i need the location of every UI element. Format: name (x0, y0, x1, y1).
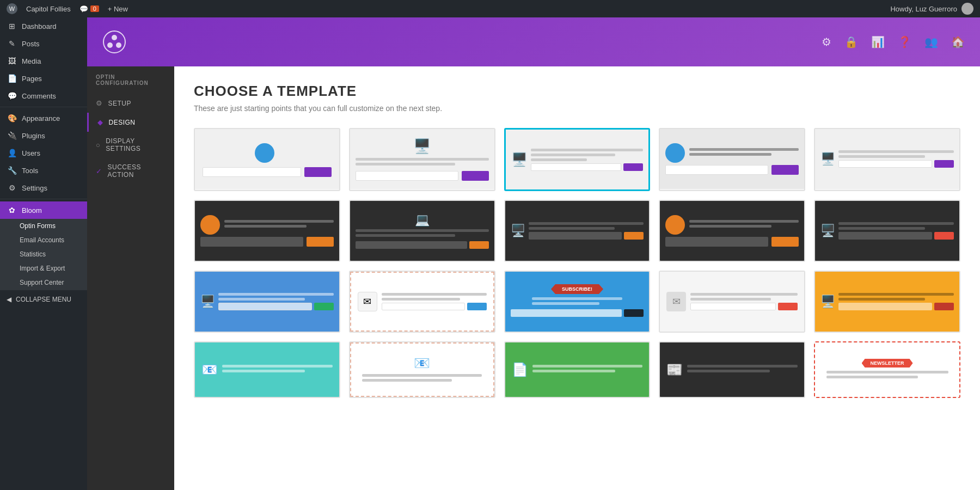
template-card-13[interactable]: SUBSCRIBE! (504, 271, 651, 333)
posts-icon: ✎ (7, 39, 17, 48)
template-card-20[interactable]: NEWSLETTER (814, 341, 960, 398)
template-card-16[interactable]: 📧 (194, 341, 340, 398)
submenu-import-export[interactable]: Import & Export (0, 261, 87, 275)
users-icon: 👤 (7, 149, 17, 157)
sidebar-item-users[interactable]: 👤 Users (0, 144, 87, 162)
template-preview-14: ✉ (660, 272, 804, 332)
svg-point-3 (107, 42, 113, 48)
plugin-header: ⚙ 🔒 📊 ❓ 👥 🏠 (87, 17, 980, 66)
collapse-menu-button[interactable]: ◀ COLLAPSE MENU (0, 290, 87, 309)
comment-icon: 💬 (79, 5, 88, 13)
template-card-11[interactable]: 🖥️ (194, 271, 340, 333)
template-card-6[interactable] (194, 200, 340, 262)
settings-icon: ⚙ (7, 183, 17, 192)
template-card-10[interactable]: 🖥️ (814, 200, 960, 262)
bloom-icon: ✿ (7, 206, 17, 215)
sidebar-item-appearance[interactable]: 🎨 Appearance (0, 109, 87, 127)
appearance-icon: 🎨 (7, 114, 17, 122)
header-lock-icon[interactable]: 🔒 (844, 35, 858, 48)
settings-label: Settings (22, 184, 47, 192)
config-header: OPTIN CONFIGURATION (87, 66, 174, 94)
template-preview-13: SUBSCRIBE! (505, 272, 650, 332)
config-item-success-action[interactable]: ✓ SUCCESS ACTION (87, 158, 174, 184)
plugins-icon: 🔌 (7, 131, 17, 140)
svg-point-0 (103, 31, 125, 53)
appearance-label: Appearance (22, 114, 60, 122)
users-label: Users (22, 149, 40, 157)
template-preview-12: ✉ (350, 272, 494, 332)
submenu-support-center[interactable]: Support Center (0, 275, 87, 290)
template-area: CHOOSE A TEMPLATE These are just startin… (174, 66, 980, 490)
config-item-design[interactable]: ◆ DESIGN (87, 113, 174, 132)
submenu-optin-forms[interactable]: Optin Forms (0, 219, 87, 233)
template-preview-19: 📰 (660, 342, 804, 397)
dashboard-icon: ⊞ (7, 22, 17, 30)
admin-bar-left: W Capitol Follies 💬 0 + New (7, 3, 128, 14)
template-preview-1 (195, 129, 339, 189)
right-panel: ⚙ 🔒 📊 ❓ 👥 🏠 OPTIN CONFIGURATION ⚙ SETUP … (87, 17, 980, 490)
sidebar-item-dashboard[interactable]: ⊞ Dashboard (0, 17, 87, 35)
template-preview-10: 🖥️ (815, 201, 959, 261)
template-card-1[interactable] (194, 128, 340, 191)
sidebar-item-plugins[interactable]: 🔌 Plugins (0, 127, 87, 144)
template-card-4[interactable] (659, 128, 805, 191)
wp-logo[interactable]: W (7, 3, 17, 14)
header-stats-icon[interactable]: 📊 (871, 35, 885, 48)
template-card-8[interactable]: 🖥️ (504, 200, 651, 262)
template-preview-9 (660, 201, 804, 261)
template-card-2[interactable]: 🖥️ (349, 128, 495, 191)
header-settings-icon[interactable]: ⚙ (822, 35, 831, 48)
config-item-display-settings[interactable]: ○ DISPLAY SETTINGS (87, 132, 174, 158)
template-preview-17: 📧 (350, 342, 494, 397)
svg-point-2 (116, 42, 121, 48)
sidebar-item-tools[interactable]: 🔧 Tools (0, 162, 87, 179)
design-label: DESIGN (109, 119, 136, 126)
template-card-7[interactable]: 💻 (349, 200, 495, 262)
content-row: OPTIN CONFIGURATION ⚙ SETUP ◆ DESIGN ○ D… (87, 66, 980, 490)
template-card-5[interactable]: 🖥️ (814, 128, 960, 191)
new-link[interactable]: + New (108, 5, 128, 13)
howdy-text: Howdy, Luz Guerroro (890, 5, 957, 13)
comments-icon: 💬 (7, 91, 17, 100)
sidebar-item-comments[interactable]: 💬 Comments (0, 87, 87, 105)
display-settings-icon: ○ (96, 141, 100, 149)
main-layout: ⊞ Dashboard ✎ Posts 🖼 Media 📄 Pages 💬 Co… (0, 17, 980, 490)
template-card-12[interactable]: ✉ (349, 271, 495, 333)
sidebar-item-posts[interactable]: ✎ Posts (0, 35, 87, 52)
template-card-18[interactable]: 📄 (504, 341, 651, 398)
submenu-email-accounts[interactable]: Email Accounts (0, 233, 87, 247)
submenu-statistics[interactable]: Statistics (0, 247, 87, 261)
admin-bar-right: Howdy, Luz Guerroro (890, 3, 973, 15)
template-preview-20: NEWSLETTER (815, 342, 959, 397)
header-users-icon[interactable]: 👥 (924, 35, 938, 48)
template-grid: 🖥️ (194, 128, 960, 398)
template-title: CHOOSE A TEMPLATE (194, 83, 960, 100)
sidebar-item-pages[interactable]: 📄 Pages (0, 70, 87, 87)
header-home-icon[interactable]: 🏠 (951, 35, 965, 48)
config-item-setup[interactable]: ⚙ SETUP (87, 94, 174, 113)
template-card-15[interactable]: 🖥️ (814, 271, 960, 333)
template-card-17[interactable]: 📧 (349, 341, 495, 398)
bloom-submenu: Optin Forms Email Accounts Statistics Im… (0, 219, 87, 290)
template-card-3[interactable]: 🖥️ (504, 128, 651, 191)
sidebar-item-settings[interactable]: ⚙ Settings (0, 179, 87, 197)
site-name[interactable]: Capitol Follies (26, 5, 71, 13)
bloom-logo-icon (102, 30, 126, 54)
comments-link[interactable]: 💬 0 (79, 5, 99, 13)
sidebar-item-media[interactable]: 🖼 Media (0, 52, 87, 70)
sidebar-separator-2 (0, 199, 87, 199)
header-help-icon[interactable]: ❓ (898, 35, 911, 48)
sidebar-item-bloom[interactable]: ✿ Bloom (0, 201, 87, 219)
template-preview-6 (195, 201, 339, 261)
tools-label: Tools (22, 167, 38, 175)
template-card-14[interactable]: ✉ (659, 271, 805, 333)
template-preview-11: 🖥️ (195, 272, 339, 332)
template-preview-7: 💻 (350, 201, 494, 261)
template-card-19[interactable]: 📰 (659, 341, 805, 398)
success-action-label: SUCCESS ACTION (108, 163, 166, 179)
plugin-header-icons: ⚙ 🔒 📊 ❓ 👥 🏠 (822, 35, 965, 48)
pages-label: Pages (22, 75, 42, 83)
template-card-9[interactable] (659, 200, 805, 262)
plugin-logo (102, 30, 126, 54)
wp-admin-sidebar: ⊞ Dashboard ✎ Posts 🖼 Media 📄 Pages 💬 Co… (0, 17, 87, 490)
